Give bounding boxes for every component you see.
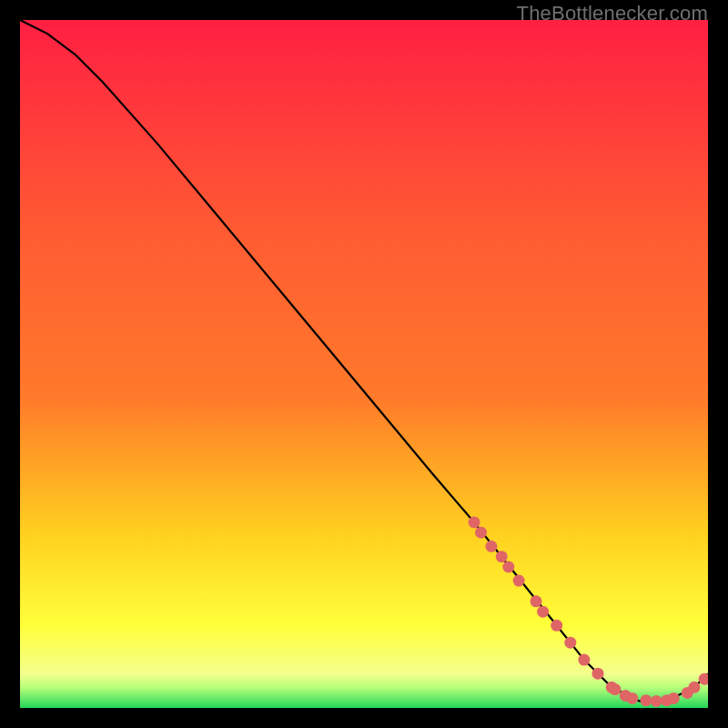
chart-stage: TheBottlenecker.com bbox=[0, 0, 728, 728]
marker-dot bbox=[551, 620, 562, 632]
marker-dot bbox=[564, 637, 576, 649]
gradient-background bbox=[20, 20, 708, 708]
marker-dot bbox=[626, 693, 638, 704]
marker-dot bbox=[531, 595, 542, 607]
marker-dot bbox=[537, 606, 549, 618]
marker-dot bbox=[668, 693, 680, 704]
marker-dot bbox=[485, 541, 497, 552]
marker-dot bbox=[578, 654, 590, 666]
marker-dot bbox=[592, 668, 604, 680]
marker-dot bbox=[469, 516, 480, 528]
marker-dot bbox=[475, 527, 487, 539]
marker-dot bbox=[502, 561, 514, 573]
marker-dot bbox=[641, 694, 652, 706]
marker-dot bbox=[688, 682, 700, 693]
bottleneck-chart bbox=[20, 20, 708, 708]
watermark-text: TheBottlenecker.com bbox=[517, 2, 708, 25]
marker-dot bbox=[513, 575, 525, 587]
marker-dot bbox=[609, 683, 621, 695]
marker-dot bbox=[651, 695, 662, 707]
marker-dot bbox=[496, 551, 508, 562]
